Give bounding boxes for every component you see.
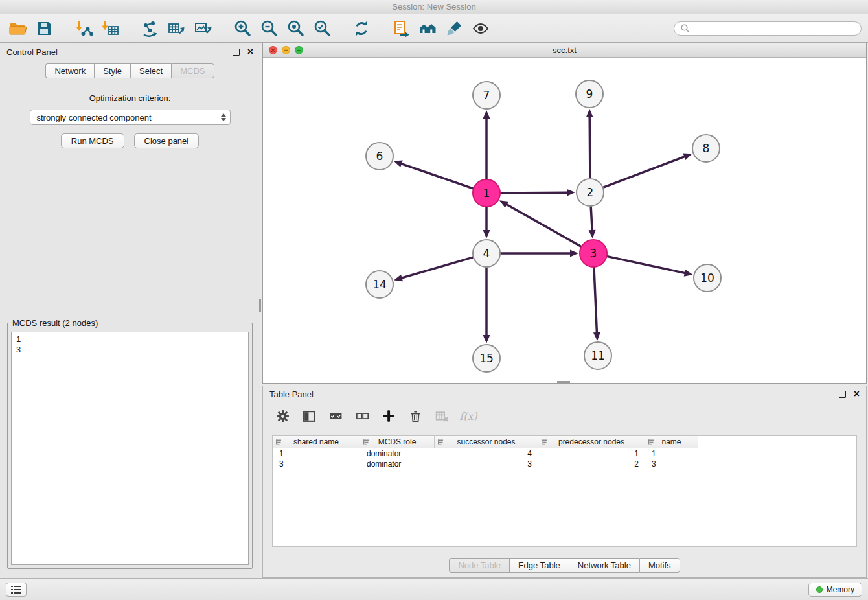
table-cell: 2 [538,459,645,469]
refresh-layout-button[interactable] [350,17,372,40]
graph-edge-4-14[interactable] [402,257,473,278]
zoom-out-button[interactable] [258,17,280,40]
zoom-fit-button[interactable] [284,17,306,40]
graph-node-label: 11 [591,349,605,362]
select-all-columns-button[interactable] [328,408,343,424]
function-builder-button[interactable]: f(x) [461,408,476,424]
run-mcds-button[interactable]: Run MCDS [61,133,124,148]
table-tab-network-table[interactable]: Network Table [569,558,639,573]
open-session-button[interactable] [6,17,29,40]
table-tab-edge-table[interactable]: Edge Table [509,558,569,573]
column-header-predecessor-nodes[interactable]: predecessor nodes [538,436,645,448]
graph-edge-arrowhead [684,270,693,277]
network-view-window: scc.txt 1234678910111415 [262,43,867,384]
show-hide-button[interactable] [470,17,492,40]
mcds-result-list[interactable]: 13 [11,332,249,565]
zoom-out-icon [259,19,279,38]
mcds-result-title: MCDS result (2 nodes) [10,318,100,328]
share-document-button[interactable] [390,17,412,40]
table-panel-title: Table Panel [269,389,314,399]
optimization-criterion-select[interactable]: strongly connected component [30,110,231,125]
table-row[interactable]: 1dominator411 [273,448,856,459]
window-close-button[interactable] [269,46,277,54]
control-tab-style[interactable]: Style [94,63,130,78]
first-neighbors-button[interactable] [417,17,439,40]
window-controls [269,46,303,54]
import-table-icon [100,19,120,38]
zoom-in-button[interactable] [231,17,253,40]
save-session-button[interactable] [33,17,55,40]
table-panel-close-button[interactable]: × [854,390,860,398]
create-column-button[interactable] [381,408,396,424]
graph-edge-2-8[interactable] [604,157,685,187]
column-header-MCDS-role[interactable]: MCDS role [360,436,435,448]
graph-edge-2-9[interactable] [589,117,590,178]
horizontal-splitter-handle[interactable] [557,381,570,384]
network-graph-canvas[interactable]: 1234678910111415 [263,58,866,384]
mcds-panel: Optimization criterion: strongly connect… [0,93,260,148]
vertical-splitter-handle[interactable] [259,299,262,312]
node-table-header: shared nameMCDS rolesuccessor nodesprede… [273,436,856,448]
import-network-button[interactable] [73,17,95,40]
show-column-panel-button[interactable] [301,408,317,424]
status-bar: Memory [0,578,868,600]
delete-column-button[interactable] [407,408,423,424]
control-tab-network[interactable]: Network [45,63,94,78]
graph-edge-1-6[interactable] [402,164,473,189]
control-tab-mcds[interactable]: MCDS [171,63,214,78]
search-input[interactable] [694,23,855,33]
table-tab-motifs[interactable]: Motifs [639,558,680,573]
search-field[interactable] [674,21,862,36]
memory-button[interactable]: Memory [808,583,862,597]
graph-node-label: 1 [483,187,490,200]
control-panel-close-button[interactable]: × [247,48,253,56]
paintbrush-icon [444,19,464,38]
table-settings-button[interactable] [275,408,290,424]
export-network-button[interactable] [139,17,161,40]
window-zoom-button[interactable] [295,46,303,54]
close-panel-button[interactable]: Close panel [134,133,200,148]
graph-node-label: 15 [479,352,494,365]
titlebar[interactable]: Session: New Session [0,0,868,14]
deselect-all-columns-button[interactable] [354,408,370,424]
graph-node-label: 2 [587,186,594,199]
table-panel-header: Table Panel × [263,386,866,402]
table-row[interactable]: 3dominator323 [273,459,856,469]
graph-edge-1-2[interactable] [501,192,567,193]
paint-style-button[interactable] [443,17,465,40]
export-table-button[interactable] [165,17,187,40]
table-cell: 3 [273,459,360,469]
sort-icon [363,439,370,446]
delete-table-button[interactable] [434,408,450,424]
deselect-all-icon [356,410,369,423]
export-image-button[interactable] [192,17,214,40]
graph-node-label: 4 [483,247,490,260]
column-header-shared-name[interactable]: shared name [273,436,360,448]
control-panel-header: Control Panel × [0,43,260,60]
trash-icon [409,410,422,423]
app-window: Session: New Session [0,0,868,600]
gear-icon [276,410,290,423]
graph-edge-arrowhead [589,230,596,238]
table-cell: 3 [435,459,538,469]
control-tab-select[interactable]: Select [130,63,171,78]
node-table: shared nameMCDS rolesuccessor nodesprede… [272,435,857,547]
graph-edge-3-1[interactable] [507,205,580,247]
graph-edge-3-11[interactable] [594,268,597,332]
table-tab-node-table[interactable]: Node Table [449,558,509,573]
graph-edge-3-10[interactable] [608,257,685,273]
table-cell: dominator [360,448,435,459]
column-header-successor-nodes[interactable]: successor nodes [435,436,538,448]
network-window-titlebar[interactable]: scc.txt [263,43,866,58]
window-minimize-button[interactable] [282,46,290,54]
table-cell: 1 [645,448,698,459]
table-cell: dominator [360,459,435,469]
control-panel-float-button[interactable] [233,49,240,56]
zoom-selected-button[interactable] [311,17,333,40]
import-table-button[interactable] [99,17,121,40]
table-panel-float-button[interactable] [839,391,846,398]
graph-edge-arrowhead [394,161,403,167]
graph-edge-2-3[interactable] [591,207,592,230]
column-header-name[interactable]: name [645,436,698,448]
task-history-button[interactable] [6,583,27,597]
